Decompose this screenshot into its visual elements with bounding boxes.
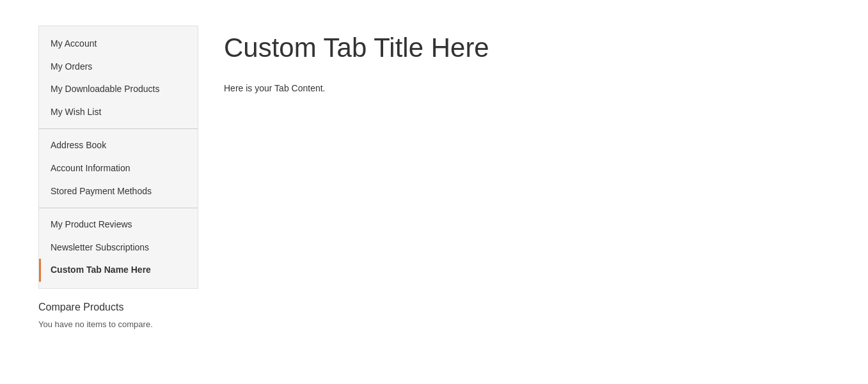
compare-text: You have no items to compare.: [38, 319, 198, 329]
page-title: Custom Tab Title Here: [224, 32, 830, 64]
sidebar-item-my-orders[interactable]: My Orders: [39, 56, 198, 79]
sidebar-item-my-account[interactable]: My Account: [39, 33, 198, 56]
nav-group-2: My Product ReviewsNewsletter Subscriptio…: [39, 208, 198, 282]
compare-title: Compare Products: [38, 302, 198, 313]
sidebar-item-my-product-reviews[interactable]: My Product Reviews: [39, 213, 198, 236]
nav-group-0: My AccountMy OrdersMy Downloadable Produ…: [39, 33, 198, 123]
sidebar-item-stored-payment-methods[interactable]: Stored Payment Methods: [39, 180, 198, 203]
sidebar: My AccountMy OrdersMy Downloadable Produ…: [38, 26, 198, 329]
sidebar-item-address-book[interactable]: Address Book: [39, 134, 198, 157]
sidebar-item-my-wish-list[interactable]: My Wish List: [39, 101, 198, 124]
sidebar-item-account-information[interactable]: Account Information: [39, 157, 198, 180]
content-text: Here is your Tab Content.: [224, 83, 830, 93]
sidebar-item-my-downloadable-products[interactable]: My Downloadable Products: [39, 78, 198, 101]
compare-section: Compare Products You have no items to co…: [38, 302, 198, 329]
sidebar-item-custom-tab-name[interactable]: Custom Tab Name Here: [39, 259, 198, 282]
main-content: Custom Tab Title Here Here is your Tab C…: [224, 26, 830, 329]
sidebar-block: My AccountMy OrdersMy Downloadable Produ…: [38, 26, 198, 289]
sidebar-item-newsletter-subscriptions[interactable]: Newsletter Subscriptions: [39, 236, 198, 259]
page-container: My AccountMy OrdersMy Downloadable Produ…: [0, 0, 868, 355]
sidebar-nav: My AccountMy OrdersMy Downloadable Produ…: [39, 26, 198, 288]
content-body: Here is your Tab Content.: [224, 83, 830, 93]
nav-group-1: Address BookAccount InformationStored Pa…: [39, 128, 198, 203]
